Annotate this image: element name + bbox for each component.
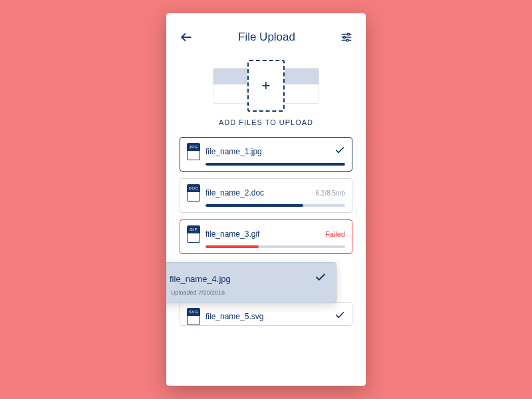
file-type-icon: DOC	[187, 184, 200, 201]
svg-point-4	[344, 37, 346, 39]
file-name: file_name_1.jpg	[205, 147, 329, 156]
dropzone-graphic: +	[213, 60, 319, 112]
uploaded-date: Uploaded 7/20/2018	[171, 289, 327, 296]
progress-bar	[205, 163, 345, 166]
progress-bar	[205, 204, 345, 207]
svg-point-6	[346, 39, 348, 41]
file-type-icon: GIF	[187, 225, 200, 243]
check-icon	[334, 145, 345, 158]
file-card[interactable]: DOC file_name_2.doc 6.2/8.5mb	[180, 178, 352, 213]
svg-point-2	[348, 33, 350, 35]
file-card[interactable]: GIF file_name_3.gif Failed	[180, 219, 352, 254]
status-failed: Failed	[325, 230, 345, 238]
check-icon	[334, 310, 345, 323]
file-name: file_name_5.svg	[205, 312, 329, 321]
file-type-icon: JPG	[187, 143, 200, 160]
upload-screen: File Upload + ADD FILES TO UPLOAD JPG fi…	[166, 13, 366, 386]
file-name: file_name_4.jpg	[170, 274, 309, 284]
file-card[interactable]: JPG file_name_1.jpg	[180, 137, 352, 172]
check-icon	[315, 271, 327, 286]
file-card[interactable]: SVG file_name_5.svg	[180, 302, 352, 326]
file-name: file_name_3.gif	[205, 229, 320, 239]
progress-bar	[205, 245, 345, 248]
file-list: JPG file_name_1.jpg DOC file_name_2.doc …	[180, 137, 352, 326]
plus-icon: +	[262, 77, 271, 94]
file-size-label: 6.2/8.5mb	[316, 190, 345, 197]
file-name: file_name_2.doc	[205, 188, 311, 198]
page-title: File Upload	[238, 31, 295, 44]
back-icon[interactable]	[180, 31, 193, 44]
filter-icon[interactable]	[340, 31, 352, 43]
file-card-selected[interactable]: JPG file_name_4.jpg Uploaded 7/20/2018	[166, 262, 336, 303]
dropzone-label: ADD FILES TO UPLOAD	[219, 118, 313, 126]
header-bar: File Upload	[180, 24, 352, 51]
dropzone[interactable]: + ADD FILES TO UPLOAD	[180, 60, 352, 126]
file-type-icon: SVG	[187, 308, 200, 325]
add-file-box[interactable]: +	[247, 60, 285, 112]
